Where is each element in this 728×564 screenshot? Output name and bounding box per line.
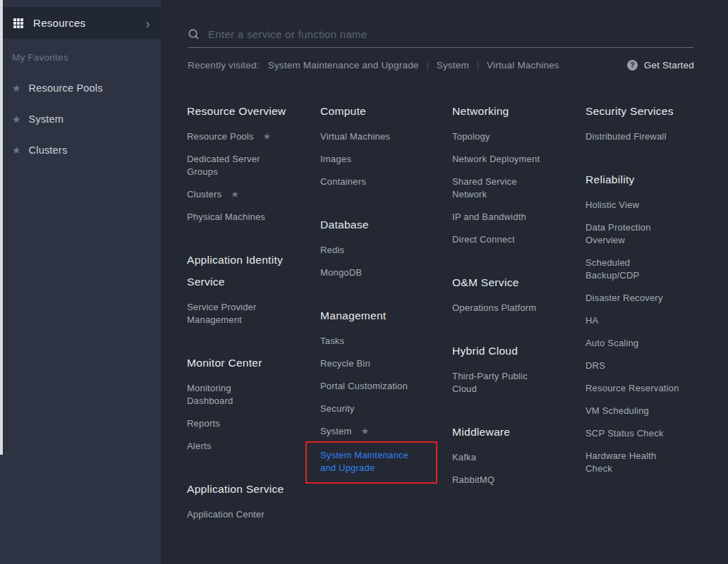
menu-column-3: NetworkingTopologyNetwork DeploymentShar… <box>452 100 576 512</box>
menu-item[interactable]: Redis <box>320 244 444 257</box>
menu-section-title: Application Service <box>187 478 311 500</box>
menu-item[interactable]: Distributed Firewall <box>586 130 710 143</box>
menu-item-label: Hardware Health Check <box>586 450 657 474</box>
menu-item-label: Resource Reservation <box>586 383 679 393</box>
menu-section-title: Compute <box>320 100 444 122</box>
menu-item[interactable]: Service Provider Management <box>187 301 311 326</box>
favorite-star-icon[interactable]: ★ <box>361 426 370 436</box>
menu-item[interactable]: Alerts <box>187 440 311 453</box>
menu-item[interactable]: Tasks <box>320 335 444 348</box>
menu-item[interactable]: MongoDB <box>320 266 444 279</box>
favorite-star-icon[interactable]: ★ <box>231 189 239 200</box>
menu-item-label: Topology <box>452 131 490 142</box>
menu-item-label: Scheduled Backup/CDP <box>586 257 639 281</box>
menu-item[interactable]: Security <box>320 403 444 415</box>
menu-item-label: Disaster Recovery <box>586 293 663 303</box>
favorites-heading: My Favorites <box>12 52 161 63</box>
menu-item[interactable]: Portal Customization <box>320 380 444 393</box>
separator: | <box>477 60 479 70</box>
left-scrollbar-thumb[interactable] <box>0 0 3 455</box>
menu-item[interactable]: Kafka <box>452 451 576 464</box>
search-icon <box>188 28 200 40</box>
menu-item-label: Shared Service Network <box>452 176 517 200</box>
menu-item-label: Network Deployment <box>452 154 540 164</box>
menu-item[interactable]: RabbitMQ <box>452 474 576 486</box>
menu-item-label: RabbitMQ <box>452 474 495 485</box>
search-input[interactable] <box>208 28 693 40</box>
favorite-star-icon: ★ <box>12 145 21 155</box>
menu-section-title: Reliability <box>586 168 710 190</box>
menu-item[interactable]: Reports <box>187 417 311 430</box>
favorite-star-icon[interactable]: ★ <box>263 131 272 142</box>
menu-item[interactable]: Hardware Health Check <box>586 450 710 475</box>
service-search-bar <box>188 21 693 48</box>
menu-item[interactable]: Direct Connect <box>452 233 576 246</box>
menu-item[interactable]: Resource Reservation <box>586 382 710 395</box>
menu-item-label: SCP Status Check <box>586 428 664 439</box>
menu-item[interactable]: Containers <box>320 176 444 188</box>
menu-item[interactable]: Shared Service Network <box>452 176 576 201</box>
highlight-box: System Maintenance and Upgrade <box>305 441 437 484</box>
menu-item-label: Service Provider Management <box>187 302 257 325</box>
menu-item-label: VM Scheduling <box>586 405 649 416</box>
menu-item[interactable]: Topology <box>452 130 576 143</box>
menu-item[interactable]: Operations Platform <box>452 302 576 314</box>
menu-item[interactable]: Data Protection Overview <box>586 221 710 247</box>
sidebar-item-label: Clusters <box>29 145 68 156</box>
menu-item[interactable]: IP and Bandwidth <box>452 211 576 223</box>
menu-item-label: MongoDB <box>320 267 362 278</box>
sidebar-item-system[interactable]: ★ System <box>12 94 161 125</box>
menu-section: DatabaseRedisMongoDB <box>320 214 444 279</box>
menu-item[interactable]: Images <box>320 153 444 166</box>
menu-item-label: Recycle Bin <box>320 358 370 369</box>
menu-item[interactable]: Disaster Recovery <box>586 292 710 305</box>
favorite-star-icon: ★ <box>12 114 21 124</box>
menu-item[interactable]: Network Deployment <box>452 153 576 166</box>
menu-item[interactable]: Monitoring Dashboard <box>187 382 311 407</box>
menu-section-title: O&M Service <box>452 271 576 293</box>
menu-item[interactable]: SCP Status Check <box>586 427 710 440</box>
recent-link-system-maintenance[interactable]: System Maintenance and Upgrade <box>268 60 419 70</box>
menu-item-label: Redis <box>320 245 344 255</box>
menu-section-title: Hybrid Cloud <box>452 340 576 362</box>
menu-section: ReliabilityHolistic ViewData Protection … <box>586 168 710 475</box>
menu-section-title: Security Services <box>586 100 710 122</box>
menu-item[interactable]: System Maintenance and Upgrade <box>320 449 433 474</box>
menu-section: Resource OverviewResource Pools★Dedicate… <box>187 100 311 223</box>
menu-item[interactable]: System★ <box>320 425 444 438</box>
menu-item-label: Images <box>320 154 351 164</box>
menu-item[interactable]: Scheduled Backup/CDP <box>586 257 710 282</box>
menu-item[interactable]: Physical Machines <box>187 211 311 223</box>
recent-link-system[interactable]: System <box>437 60 469 70</box>
menu-item[interactable]: Recycle Bin <box>320 357 444 370</box>
menu-item[interactable]: Application Center <box>187 508 311 521</box>
sidebar: Resources › My Favorites ★ Resource Pool… <box>0 0 161 564</box>
menu-item-label: Tasks <box>320 336 344 346</box>
menu-column-1: Resource OverviewResource Pools★Dedicate… <box>187 100 311 546</box>
menu-item[interactable]: DRS <box>586 360 710 372</box>
menu-item[interactable]: Holistic View <box>586 199 710 212</box>
menu-item-label: Resource Pools <box>187 131 254 142</box>
menu-item[interactable]: VM Scheduling <box>586 405 710 417</box>
menu-item[interactable]: Dedicated Server Groups <box>187 153 311 178</box>
menu-section-title: Monitor Center <box>187 352 311 374</box>
sidebar-item-resource-pools[interactable]: ★ Resource Pools <box>12 63 161 94</box>
sidebar-item-clusters[interactable]: ★ Clusters <box>12 125 161 156</box>
menu-section: O&M ServiceOperations Platform <box>452 271 576 314</box>
menu-item[interactable]: Third-Party Public Cloud <box>452 370 576 396</box>
menu-item-label: DRS <box>586 360 605 371</box>
chevron-right-icon: › <box>146 15 150 32</box>
menu-item-label: Monitoring Dashboard <box>187 383 233 406</box>
menu-item[interactable]: HA <box>586 314 710 327</box>
menu-item[interactable]: Resource Pools★ <box>187 130 311 143</box>
menu-section: MiddlewareKafkaRabbitMQ <box>452 421 576 486</box>
recent-link-virtual-machines[interactable]: Virtual Machines <box>487 60 559 70</box>
sidebar-item-resources[interactable]: Resources › <box>0 7 161 39</box>
menu-item[interactable]: Clusters★ <box>187 188 311 201</box>
menu-item-label: Security <box>320 403 355 414</box>
get-started-button[interactable]: ? Get Started <box>627 60 694 70</box>
menu-item[interactable]: Virtual Machines <box>320 130 444 143</box>
favorite-star-icon: ★ <box>12 83 21 93</box>
menu-item[interactable]: Auto Scaling <box>586 337 710 350</box>
menu-item-label: IP and Bandwidth <box>452 212 526 222</box>
